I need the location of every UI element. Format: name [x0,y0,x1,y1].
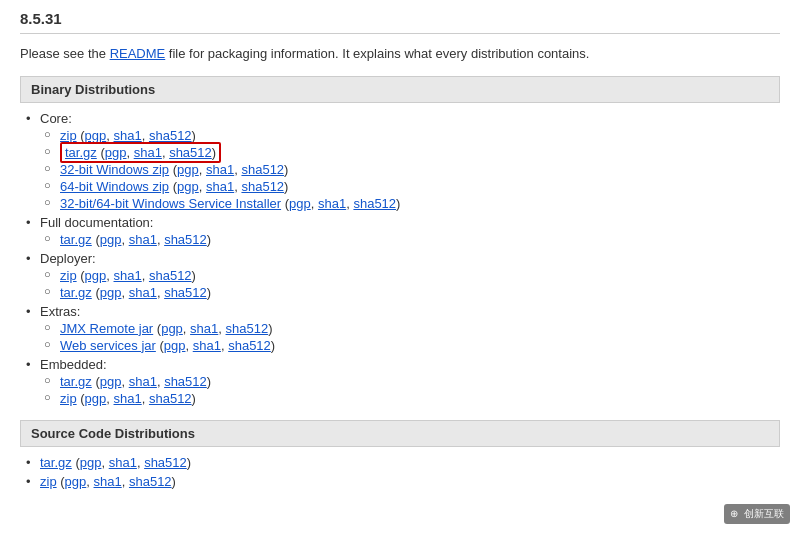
source-targz-item: tar.gz (pgp, sha1, sha512) [40,455,780,470]
extras-jmx-sha1[interactable]: sha1 [190,321,218,336]
extras-ws-sha512[interactable]: sha512 [228,338,271,353]
fulldoc-targz-sha1[interactable]: sha1 [129,232,157,247]
core-win32-item: 32-bit Windows zip (pgp, sha1, sha512) [60,162,780,177]
embedded-item: Embedded: tar.gz (pgp, sha1, sha512) zip… [40,357,780,406]
core-targz-item: tar.gz (pgp, sha1, sha512) [60,145,780,160]
embedded-label: Embedded: [40,357,107,372]
version-title: 8.5.31 [20,10,780,34]
extras-jmx-pgp[interactable]: pgp [161,321,183,336]
intro-prefix: Please see the [20,46,110,61]
core-win32-sha512[interactable]: sha512 [241,162,284,177]
core-win64-pgp[interactable]: pgp [177,179,199,194]
binary-section: Binary Distributions Core: zip (pgp, sha… [20,76,780,406]
core-winsvc-sha1[interactable]: sha1 [318,196,346,211]
core-win64-sha512[interactable]: sha512 [241,179,284,194]
source-targz-sha1[interactable]: sha1 [109,455,137,470]
fulldoc-label: Full documentation: [40,215,153,230]
core-win64-sha1[interactable]: sha1 [206,179,234,194]
source-zip-sha512[interactable]: sha512 [129,474,172,489]
watermark-text: 创新互联 [744,508,784,519]
core-win64-link[interactable]: 64-bit Windows zip [60,179,169,194]
core-targz-link[interactable]: tar.gz [65,145,97,160]
deployer-targz-sha512[interactable]: sha512 [164,285,207,300]
core-winsvc-item: 32-bit/64-bit Windows Service Installer … [60,196,780,211]
deployer-sub-list: zip (pgp, sha1, sha512) tar.gz (pgp, sha… [40,268,780,300]
embedded-targz-sha512[interactable]: sha512 [164,374,207,389]
binary-section-header: Binary Distributions [20,76,780,103]
core-zip-sha512[interactable]: sha512 [149,128,192,143]
extras-ws-link[interactable]: Web services jar [60,338,156,353]
fulldoc-targz-sha512[interactable]: sha512 [164,232,207,247]
fulldoc-targz-item: tar.gz (pgp, sha1, sha512) [60,232,780,247]
watermark-icon: ⊕ [730,508,738,519]
source-zip-pgp[interactable]: pgp [65,474,87,489]
deployer-targz-sha1[interactable]: sha1 [129,285,157,300]
core-win32-link[interactable]: 32-bit Windows zip [60,162,169,177]
embedded-targz-item: tar.gz (pgp, sha1, sha512) [60,374,780,389]
source-targz-link[interactable]: tar.gz [40,455,72,470]
extras-sub-list: JMX Remote jar (pgp, sha1, sha512) Web s… [40,321,780,353]
embedded-targz-pgp[interactable]: pgp [100,374,122,389]
embedded-zip-sha512[interactable]: sha512 [149,391,192,406]
core-label: Core: [40,111,72,126]
extras-ws-sha1[interactable]: sha1 [193,338,221,353]
deployer-zip-sha512[interactable]: sha512 [149,268,192,283]
deployer-zip-pgp[interactable]: pgp [85,268,107,283]
fulldoc-targz-pgp[interactable]: pgp [100,232,122,247]
core-win32-sha1[interactable]: sha1 [206,162,234,177]
extras-jmx-sha512[interactable]: sha512 [226,321,269,336]
fulldoc-sub-list: tar.gz (pgp, sha1, sha512) [40,232,780,247]
embedded-zip-sha1[interactable]: sha1 [114,391,142,406]
core-targz-sha1[interactable]: sha1 [134,145,162,160]
deployer-item: Deployer: zip (pgp, sha1, sha512) tar.gz… [40,251,780,300]
source-zip-item: zip (pgp, sha1, sha512) [40,474,780,489]
core-item: Core: zip (pgp, sha1, sha512) tar.gz (pg… [40,111,780,211]
deployer-zip-sha1[interactable]: sha1 [114,268,142,283]
source-section: Source Code Distributions tar.gz (pgp, s… [20,420,780,489]
readme-link[interactable]: README [110,46,166,61]
fulldoc-targz-link[interactable]: tar.gz [60,232,92,247]
core-winsvc-pgp[interactable]: pgp [289,196,311,211]
fulldoc-item: Full documentation: tar.gz (pgp, sha1, s… [40,215,780,247]
extras-label: Extras: [40,304,80,319]
extras-ws-item: Web services jar (pgp, sha1, sha512) [60,338,780,353]
embedded-sub-list: tar.gz (pgp, sha1, sha512) zip (pgp, sha… [40,374,780,406]
core-targz-pgp[interactable]: pgp [105,145,127,160]
deployer-zip-link[interactable]: zip [60,268,77,283]
deployer-zip-item: zip (pgp, sha1, sha512) [60,268,780,283]
deployer-targz-pgp[interactable]: pgp [100,285,122,300]
embedded-targz-link[interactable]: tar.gz [60,374,92,389]
intro-text: Please see the README file for packaging… [20,44,780,64]
source-zip-link[interactable]: zip [40,474,57,489]
watermark: ⊕ 创新互联 [724,504,790,524]
embedded-zip-link[interactable]: zip [60,391,77,406]
intro-suffix: file for packaging information. It expla… [165,46,589,61]
source-targz-pgp[interactable]: pgp [80,455,102,470]
core-win32-pgp[interactable]: pgp [177,162,199,177]
source-zip-sha1[interactable]: sha1 [94,474,122,489]
extras-jmx-link[interactable]: JMX Remote jar [60,321,153,336]
deployer-label: Deployer: [40,251,96,266]
deployer-targz-link[interactable]: tar.gz [60,285,92,300]
source-targz-sha512[interactable]: sha512 [144,455,187,470]
embedded-targz-sha1[interactable]: sha1 [129,374,157,389]
extras-item: Extras: JMX Remote jar (pgp, sha1, sha51… [40,304,780,353]
core-zip-sha1[interactable]: sha1 [114,128,142,143]
page-container: 8.5.31 Please see the README file for pa… [0,0,800,513]
extras-ws-pgp[interactable]: pgp [164,338,186,353]
core-sub-list: zip (pgp, sha1, sha512) tar.gz (pgp, sha… [40,128,780,211]
source-list: tar.gz (pgp, sha1, sha512) zip (pgp, sha… [20,455,780,489]
core-targz-highlight: tar.gz (pgp, sha1, sha512) [60,142,221,163]
core-targz-sha512[interactable]: sha512 [169,145,212,160]
core-zip-item: zip (pgp, sha1, sha512) [60,128,780,143]
deployer-targz-item: tar.gz (pgp, sha1, sha512) [60,285,780,300]
core-winsvc-link[interactable]: 32-bit/64-bit Windows Service Installer [60,196,281,211]
extras-jmx-item: JMX Remote jar (pgp, sha1, sha512) [60,321,780,336]
embedded-zip-item: zip (pgp, sha1, sha512) [60,391,780,406]
core-zip-link[interactable]: zip [60,128,77,143]
core-winsvc-sha512[interactable]: sha512 [353,196,396,211]
embedded-zip-pgp[interactable]: pgp [85,391,107,406]
core-win64-item: 64-bit Windows zip (pgp, sha1, sha512) [60,179,780,194]
core-zip-pgp[interactable]: pgp [85,128,107,143]
source-section-header: Source Code Distributions [20,420,780,447]
